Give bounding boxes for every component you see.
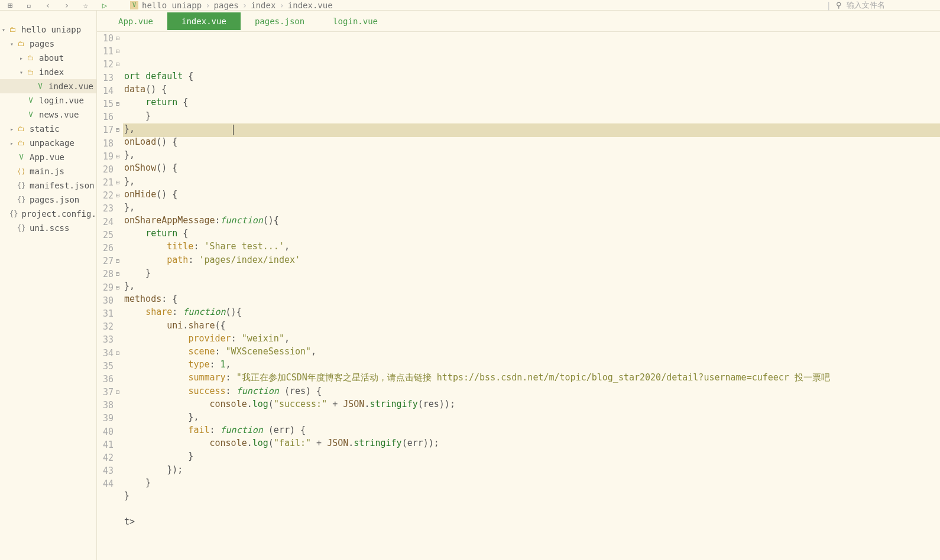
- chevron-down-icon[interactable]: ▾: [0, 27, 7, 33]
- fold-minus-icon[interactable]: ⊟: [116, 386, 123, 399]
- tab-login-vue[interactable]: login.vue: [319, 12, 392, 30]
- tab-App-vue[interactable]: App.vue: [104, 12, 167, 30]
- tree-item-about[interactable]: ▸🗀about: [0, 51, 96, 65]
- tree-item-label: App.vue: [30, 152, 64, 162]
- tree-item-pages[interactable]: ▾🗀pages: [0, 37, 96, 51]
- code-line[interactable]: provider: "weixin",: [123, 332, 940, 345]
- code-line[interactable]: console.log("fail:" + JSON.stringify(err…: [123, 437, 940, 450]
- search-icon[interactable]: ⚲: [836, 1, 842, 9]
- code-line[interactable]: onHide() {: [123, 188, 940, 201]
- code-line[interactable]: },: [123, 175, 940, 188]
- tree-item-project-config-json[interactable]: {}project.config.json: [0, 207, 96, 221]
- code-line[interactable]: },: [123, 411, 940, 424]
- search-input[interactable]: [847, 1, 935, 9]
- fold-minus-icon[interactable]: ⊟: [116, 32, 123, 45]
- fold-minus-icon[interactable]: ⊟: [116, 189, 123, 202]
- fold-spacer: [116, 320, 123, 333]
- breadcrumb-item[interactable]: index: [251, 1, 275, 10]
- tab-index-vue[interactable]: index.vue: [167, 12, 241, 30]
- line-number: 16: [97, 110, 114, 123]
- fold-spacer: [116, 229, 123, 242]
- code-line[interactable]: },: [123, 201, 940, 214]
- code-line[interactable]: t>: [123, 515, 940, 528]
- code-line[interactable]: summary: "我正在参加CSDN年度博客之星活动，请点击链接 https:…: [123, 371, 940, 384]
- line-number: 25: [97, 229, 114, 242]
- fold-minus-icon[interactable]: ⊟: [116, 347, 123, 360]
- code-line[interactable]: }: [123, 450, 940, 463]
- code-line[interactable]: onShareAppMessage:function(){: [123, 214, 940, 227]
- code-line[interactable]: fail: function (err) {: [123, 424, 940, 437]
- code-line[interactable]: title: 'Share test...',: [123, 240, 940, 253]
- star-icon[interactable]: ☆: [80, 0, 91, 11]
- chevron-down-icon[interactable]: ▾: [8, 41, 15, 47]
- code-line[interactable]: type: 1,: [123, 358, 940, 371]
- code-line[interactable]: return {: [123, 227, 940, 240]
- breadcrumb-item[interactable]: index.vue: [288, 1, 333, 10]
- fold-minus-icon[interactable]: ⊟: [116, 58, 123, 71]
- chevron-down-icon[interactable]: ▾: [18, 69, 25, 76]
- tree-item-index[interactable]: ▾🗀index: [0, 65, 96, 79]
- tree-item-index-vue[interactable]: Vindex.vue: [0, 79, 96, 93]
- tree-item-news-vue[interactable]: Vnews.vue: [0, 108, 96, 122]
- tree-item-static[interactable]: ▸🗀static: [0, 122, 96, 136]
- fold-minus-icon[interactable]: ⊟: [116, 176, 123, 189]
- nav-back-icon[interactable]: ‹: [43, 0, 53, 11]
- code-line[interactable]: success: function (res) {: [123, 385, 940, 398]
- nav-forward-icon[interactable]: ›: [61, 0, 72, 11]
- code-line[interactable]: uni.share({: [123, 319, 940, 332]
- fold-minus-icon[interactable]: ⊟: [116, 97, 123, 110]
- chevron-right-icon[interactable]: ▸: [8, 126, 15, 132]
- code-content[interactable]: ort default {data() { return { }},onLoad…: [123, 32, 940, 560]
- tree-item-unpackage[interactable]: ▸🗀unpackage: [0, 136, 96, 150]
- fold-spacer: [116, 399, 123, 412]
- tree-item-label: news.vue: [39, 110, 79, 119]
- tree-item-App-vue[interactable]: VApp.vue: [0, 150, 96, 164]
- code-line[interactable]: onShow() {: [123, 161, 940, 174]
- code-line[interactable]: },: [123, 279, 940, 292]
- code-line[interactable]: onLoad() {: [123, 135, 940, 148]
- code-line[interactable]: },: [123, 148, 940, 161]
- breadcrumb-item[interactable]: hello uniapp: [142, 1, 202, 10]
- fold-minus-icon[interactable]: ⊟: [116, 123, 123, 136]
- chevron-right-icon[interactable]: ▸: [18, 55, 25, 61]
- code-line[interactable]: [123, 502, 940, 515]
- fold-spacer: [116, 137, 123, 150]
- code-line[interactable]: methods: {: [123, 292, 940, 305]
- fold-minus-icon[interactable]: ⊟: [116, 268, 123, 281]
- fold-minus-icon[interactable]: ⊟: [116, 255, 123, 268]
- code-line[interactable]: return {: [123, 96, 940, 109]
- code-area[interactable]: 1011121314151617181920212223242526272829…: [97, 32, 940, 560]
- run-icon[interactable]: ▷: [99, 0, 110, 11]
- tree-item-manifest-json[interactable]: {}manifest.json: [0, 178, 96, 193]
- breadcrumb-item[interactable]: pages: [214, 1, 239, 10]
- fold-spacer: [116, 216, 123, 229]
- tree-item-uni-scss[interactable]: {}uni.scss: [0, 221, 96, 235]
- code-line[interactable]: path: 'pages/index/index': [123, 253, 940, 266]
- code-line[interactable]: scene: "WXSceneSession",: [123, 345, 940, 358]
- code-line[interactable]: }: [123, 266, 940, 279]
- code-line[interactable]: share: function(){: [123, 305, 940, 318]
- tree-item-login-vue[interactable]: Vlogin.vue: [0, 93, 96, 108]
- line-number: 33: [97, 333, 114, 346]
- code-line[interactable]: }: [123, 109, 940, 122]
- save-icon[interactable]: ▫: [24, 0, 34, 11]
- code-line[interactable]: });: [123, 463, 940, 476]
- fold-minus-icon[interactable]: ⊟: [116, 45, 123, 58]
- code-line[interactable]: }: [123, 489, 940, 502]
- code-line[interactable]: ort default {: [123, 70, 940, 83]
- tree-item-pages-json[interactable]: {}pages.json: [0, 193, 96, 207]
- fold-gutter[interactable]: ⊟⊟⊟⊟⊟⊟⊟⊟⊟⊟⊟⊟⊟: [116, 32, 123, 560]
- code-line[interactable]: },: [123, 122, 940, 135]
- tab-pages-json[interactable]: pages.json: [241, 12, 319, 30]
- line-number-gutter: 1011121314151617181920212223242526272829…: [97, 32, 116, 560]
- tree-item-main-js[interactable]: ⟨⟩main.js: [0, 164, 96, 178]
- fold-minus-icon[interactable]: ⊟: [116, 150, 123, 163]
- code-line[interactable]: data() {: [123, 83, 940, 96]
- new-file-icon[interactable]: ⊞: [5, 0, 15, 11]
- code-line[interactable]: console.log("success:" + JSON.stringify(…: [123, 398, 940, 411]
- fold-minus-icon[interactable]: ⊟: [116, 281, 123, 294]
- code-line[interactable]: }: [123, 476, 940, 489]
- fold-spacer: [116, 360, 123, 373]
- tree-item-hello uniapp[interactable]: ▾🗀hello uniapp: [0, 22, 96, 37]
- chevron-right-icon[interactable]: ▸: [8, 140, 15, 146]
